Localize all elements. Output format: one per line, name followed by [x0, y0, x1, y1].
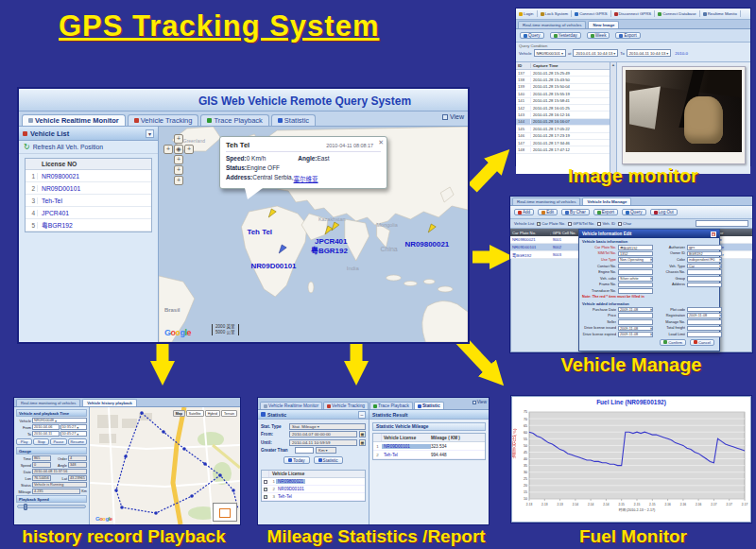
field-input[interactable]: [618, 269, 653, 275]
until-date-input[interactable]: 2010-04-11 10:59:59: [289, 439, 357, 446]
field-input[interactable]: 2009-11-08: [618, 307, 653, 313]
playback-to-date[interactable]: 2010-04-11: [32, 431, 60, 437]
field-input[interactable]: [618, 283, 653, 288]
tab[interactable]: Real-time monitoring of vehicles: [512, 197, 580, 205]
tab[interactable]: Trace Playback: [369, 402, 413, 409]
checkbox-icon[interactable]: [537, 222, 541, 226]
toolbar-button[interactable]: By Char: [561, 209, 590, 215]
checkbox-icon[interactable]: [597, 222, 601, 226]
field-input[interactable]: [687, 269, 722, 275]
vehicle-list-row[interactable]: 1 NR09800021: [26, 170, 151, 182]
field-input[interactable]: [687, 283, 722, 288]
field-input[interactable]: Car: [687, 264, 722, 269]
vehicle-list-header[interactable]: Vehicle List ▾: [19, 127, 158, 141]
vehicle-list-row[interactable]: 4 JPCR401: [26, 207, 151, 219]
filter-option[interactable]: Car Plate No.: [537, 221, 565, 226]
main-tab[interactable]: Trace Playback: [200, 114, 268, 126]
date-to-input[interactable]: 2010-04-11 10:44:13: [627, 49, 672, 57]
statistic-panel-header[interactable]: Statistic −: [258, 410, 369, 420]
capture-row[interactable]: 143 2010-01-28 16:12:16: [516, 112, 610, 118]
panel-button[interactable]: Statistic: [314, 456, 343, 464]
unit-select[interactable]: Km: [316, 447, 336, 454]
capture-row[interactable]: 148 2010-01-28 17:47:12: [516, 146, 610, 153]
field-input[interactable]: 2009-11-08: [618, 332, 653, 337]
tab[interactable]: Real-time monitoring of vehicles: [518, 21, 586, 28]
capture-row[interactable]: 139 2010-01-28 15:50:04: [516, 84, 610, 91]
collapse-icon[interactable]: −: [358, 411, 366, 419]
capture-row[interactable]: 144 2010-01-28 16:16:07: [516, 119, 610, 126]
capture-row[interactable]: 140 2010-01-28 15:55:19: [516, 91, 610, 97]
playback-to-time[interactable]: 10:45:27: [60, 431, 88, 437]
dialog-close-icon[interactable]: ✕: [711, 232, 716, 237]
field-input[interactable]: [618, 319, 653, 325]
popup-address-link[interactable]: 塞尔维亚: [294, 174, 318, 183]
playback-from-time[interactable]: 10:35:27: [60, 424, 88, 430]
pan-center-button[interactable]: ◈: [174, 145, 183, 154]
result-row[interactable]: 2 Teh-Tel 994.448: [373, 451, 485, 459]
map-type-button[interactable]: Hybrid: [205, 410, 220, 417]
zoom-mid-button[interactable]: +: [174, 165, 183, 175]
map-type-button[interactable]: Map: [173, 410, 185, 417]
license-row[interactable]: 1 NR09800021: [262, 478, 365, 486]
toolbar-button[interactable]: Query: [622, 209, 646, 215]
tab[interactable]: Statistic: [414, 402, 444, 409]
playback-button[interactable]: Stop: [33, 438, 49, 445]
refresh-all-vehicles-link[interactable]: ↻ Refresh All Veh. Position: [19, 141, 158, 154]
filter-option[interactable]: GPS/Tel No.: [568, 221, 594, 226]
toolbar-button[interactable]: Connect GPRS: [575, 11, 607, 16]
map-type-button[interactable]: Terrain: [221, 410, 237, 417]
field-input[interactable]: [687, 319, 722, 325]
vehicle-list-row[interactable]: 5 粤BGR192: [26, 219, 151, 232]
playback-speed-slider[interactable]: [17, 505, 86, 508]
calendar-icon[interactable]: ▦: [359, 439, 366, 446]
toolbar-button[interactable]: Realtime Monito: [703, 11, 737, 16]
filter-option[interactable]: Char: [618, 221, 631, 226]
tab[interactable]: Vehicle Info Manage: [582, 197, 631, 205]
date-from-input[interactable]: 2010-01-01 10:44:13: [573, 49, 618, 57]
tab[interactable]: Real-time monitoring of vehicles: [16, 399, 80, 406]
checkbox-icon[interactable]: [264, 488, 267, 491]
license-row[interactable]: 3 Teh-Tel: [262, 493, 365, 501]
pan-left-button[interactable]: +: [163, 145, 173, 154]
field-input[interactable]: 1352: [618, 251, 653, 257]
tab[interactable]: Vehicle Tracking: [323, 402, 369, 409]
field-input[interactable]: [687, 332, 722, 337]
filter-option[interactable]: Veh. ID: [597, 221, 615, 226]
result-row[interactable]: 1 NR09D00101 323.534: [373, 442, 485, 451]
confirm-button[interactable]: Confirm: [660, 339, 686, 346]
toolbar-button[interactable]: Connect Database: [658, 11, 696, 16]
field-input[interactable]: 2009-11-08: [618, 326, 653, 332]
main-tab[interactable]: Statistic: [271, 114, 316, 126]
field-input[interactable]: [618, 288, 653, 294]
vehicle-list-row[interactable]: 2 NR09D00101: [26, 182, 151, 195]
action-button[interactable]: Export: [615, 32, 640, 39]
map-area[interactable]: Greenland Kazakhstan Mongolia China Indi…: [159, 127, 468, 342]
dialog-titlebar[interactable]: Vehicle Information Edit ✕: [579, 230, 719, 238]
map-zoom-control[interactable]: + + ◈ + + + +: [163, 134, 194, 185]
action-button[interactable]: Yesterday: [550, 32, 581, 39]
field-input[interactable]: [687, 307, 722, 313]
toolbar-button[interactable]: Lock System: [541, 11, 569, 16]
checkbox-icon[interactable]: [264, 495, 267, 499]
field-input[interactable]: BGR192: [687, 251, 722, 257]
playback-button[interactable]: Resume: [68, 438, 88, 445]
capture-row[interactable]: 147 2010-01-28 17:34:46: [516, 140, 610, 146]
field-input[interactable]: gps: [687, 245, 722, 250]
tab[interactable]: Vehicle Realtime Monitor: [260, 402, 322, 409]
tab[interactable]: Vehicle history playback: [82, 399, 137, 406]
capture-row[interactable]: 146 2010-01-28 17:23:19: [516, 133, 610, 140]
toolbar-button[interactable]: Disconnect GPRS: [614, 11, 652, 16]
toolbar-button[interactable]: Edit: [538, 209, 558, 215]
license-row[interactable]: 2 NR09D00101: [262, 486, 365, 493]
playback-button[interactable]: Pause: [50, 438, 66, 445]
field-input[interactable]: [618, 313, 653, 318]
toolbar-button[interactable]: Log Out: [650, 209, 678, 215]
toolbar-button[interactable]: Add: [514, 209, 534, 215]
toolbar-button[interactable]: Login: [519, 11, 534, 16]
action-button[interactable]: Week: [587, 32, 610, 39]
main-tab[interactable]: Vehicle Realtime Monitor: [22, 114, 126, 126]
field-input[interactable]: Silver-white: [618, 276, 653, 282]
greater-than-input[interactable]: [295, 447, 314, 454]
popup-close-icon[interactable]: ✕: [378, 139, 384, 146]
pan-right-button[interactable]: +: [184, 145, 194, 154]
